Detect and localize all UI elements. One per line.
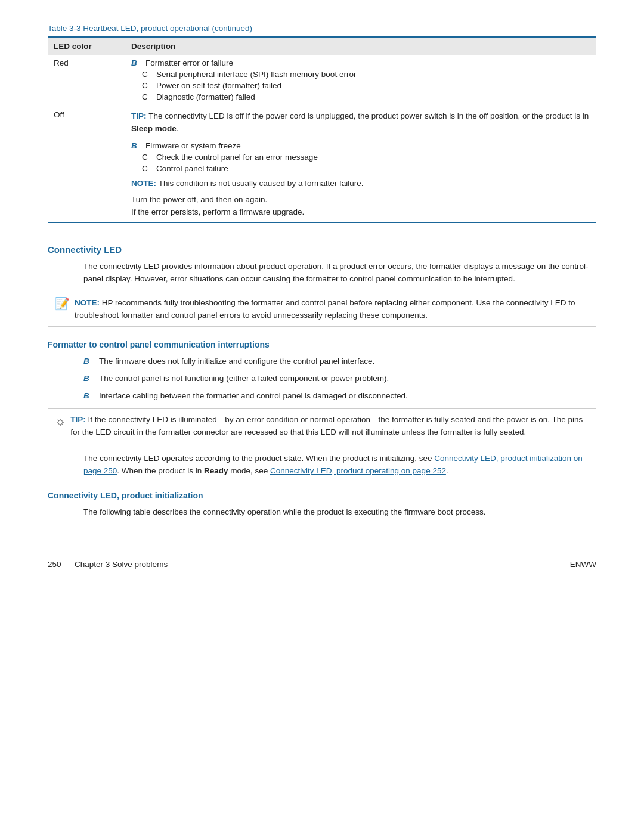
bullet-c: C (142, 92, 153, 101)
desc-text: Check the control panel for an error mes… (156, 153, 318, 162)
tip-icon: ☼ (55, 414, 66, 428)
note-box: 📝 NOTE: HP recommends fully troubleshoot… (48, 292, 596, 327)
init-heading: Connectivity LED, product initialization (48, 491, 596, 500)
bullet-text: The control panel is not functioning (ei… (99, 373, 389, 385)
tip-entry: TIP: The connectivity LED is off if the … (131, 110, 590, 135)
footer-right: ENWW (570, 560, 596, 569)
formatter-bullet-list: B The firmware does not fully initialize… (83, 355, 596, 402)
tip-text: The connectivity LED is off if the power… (131, 112, 589, 133)
note-box-content: HP recommends fully troubleshooting the … (75, 298, 575, 320)
note-entry: NOTE: This condition is not usually caus… (131, 178, 590, 190)
desc-item: C Control panel failure (131, 164, 590, 173)
table-caption: Table 3-3 Heartbeat LED, product operati… (48, 24, 596, 33)
bullet-b: B (83, 373, 97, 385)
note-text: This condition is not usually caused by … (159, 179, 364, 188)
desc-text: Firmware or system freeze (145, 141, 241, 150)
bullet-text: Interface cabling between the formatter … (99, 390, 408, 402)
bullet-item-2: B The control panel is not functioning (… (83, 373, 596, 385)
init-body: The following table describes the connec… (83, 506, 596, 519)
desc-text: Formatter error or failure (145, 58, 233, 67)
formatter-body-end: mode, see (228, 466, 270, 475)
led-color-red: Red (48, 55, 125, 107)
note-label: NOTE: (131, 179, 159, 188)
tip-standalone-box: ☼ TIP: If the connectivity LED is illumi… (48, 408, 596, 444)
bullet-b: B (83, 390, 97, 402)
formatter-body-before-link: The connectivity LED operates according … (83, 454, 434, 463)
link-operating[interactable]: Connectivity LED, product operating on p… (270, 466, 446, 475)
table-row-red: Red B Formatter error or failure C Seria… (48, 55, 596, 107)
desc-item: C Diagnostic (formatter) failed (131, 92, 590, 101)
desc-text: Power on self test (formatter) failed (156, 81, 281, 90)
desc-item: C Serial peripheral interface (SPI) flas… (131, 70, 590, 79)
table-row-off: Off TIP: The connectivity LED is off if … (48, 107, 596, 222)
tip-standalone-label: TIP: (70, 415, 86, 424)
note-box-text: NOTE: HP recommends fully troubleshootin… (75, 297, 589, 322)
formatter-section: Formatter to control panel communication… (48, 340, 596, 477)
formatter-body-links: The connectivity LED operates according … (83, 453, 596, 478)
page-footer: 250 Chapter 3 Solve problems ENWW (48, 555, 596, 569)
connectivity-led-heading: Connectivity LED (48, 244, 596, 255)
bullet-item-1: B The firmware does not fully initialize… (83, 355, 596, 368)
bullet-c: C (142, 164, 153, 173)
footer-page-number: 250 (48, 560, 61, 569)
desc-text: Serial peripheral interface (SPI) flash … (156, 70, 356, 79)
bullet-c: C (142, 70, 153, 79)
desc-item: B Firmware or system freeze (131, 141, 590, 150)
connectivity-led-body: The connectivity LED provides informatio… (83, 261, 596, 286)
desc-off: TIP: The connectivity LED is off if the … (125, 107, 596, 222)
heartbeat-led-table: LED color Description Red B Formatter er… (48, 36, 596, 223)
note-box-label: NOTE: (75, 298, 100, 307)
connectivity-led-section: Connectivity LED The connectivity LED pr… (48, 244, 596, 327)
bullet-c: C (142, 81, 153, 90)
led-color-off: Off (48, 107, 125, 222)
footer-chapter-text: Chapter 3 Solve problems (75, 560, 168, 569)
bullet-c: C (142, 153, 153, 162)
desc-text: Diagnostic (formatter) failed (156, 92, 255, 101)
col-desc-header: Description (125, 37, 596, 55)
plain-entry-1: Turn the power off, and then on again. (131, 195, 590, 204)
desc-item: B Formatter error or failure (131, 58, 590, 67)
formatter-body-mid: . When the product is in (117, 466, 204, 475)
desc-item: C Power on self test (formatter) failed (131, 81, 590, 90)
bullet-b: B (131, 58, 142, 67)
footer-right-text: ENWW (570, 560, 596, 569)
desc-item: C Check the control panel for an error m… (131, 153, 590, 162)
bullet-b: B (83, 355, 97, 368)
tip-standalone-content: If the connectivity LED is illuminated—b… (70, 415, 583, 436)
bullet-text: The firmware does not fully initialize a… (99, 355, 374, 368)
table-section: Table 3-3 Heartbeat LED, product operati… (48, 24, 596, 223)
formatter-body-final: . (446, 466, 448, 475)
desc-text: Control panel failure (156, 164, 228, 173)
footer-left: 250 Chapter 3 Solve problems (48, 560, 168, 569)
col-led-header: LED color (48, 37, 125, 55)
tip-standalone-text: TIP: If the connectivity LED is illumina… (70, 414, 589, 439)
init-section: Connectivity LED, product initialization… (48, 491, 596, 519)
formatter-body-bold: Ready (204, 466, 228, 475)
tip-label: TIP: (131, 112, 148, 120)
note-icon: 📝 (55, 298, 70, 309)
bullet-item-3: B Interface cabling between the formatte… (83, 390, 596, 402)
plain-entry-2: If the error persists, perform a firmwar… (131, 208, 590, 216)
bullet-b: B (131, 141, 142, 150)
desc-red: B Formatter error or failure C Serial pe… (125, 55, 596, 107)
formatter-heading: Formatter to control panel communication… (48, 340, 596, 349)
